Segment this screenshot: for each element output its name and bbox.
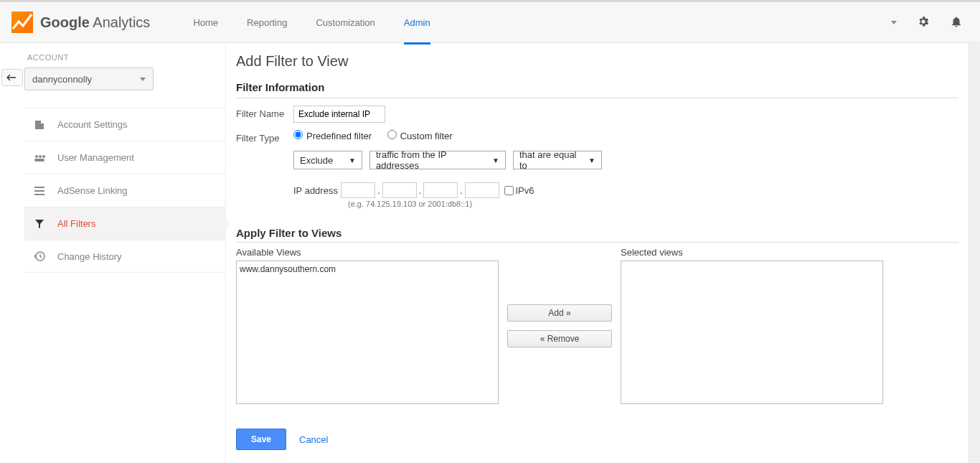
sidebar-item-label: All Filters [57,218,95,229]
available-view-item[interactable]: www.dannysouthern.com [240,264,495,274]
available-views-list[interactable]: www.dannysouthern.com [236,261,499,404]
filter-type-label: Filter Type [236,133,293,144]
custom-radio-input[interactable] [387,130,397,139]
available-views-label: Available Views [236,247,499,258]
apply-filter-heading: Apply Filter to Views [236,227,958,243]
logo[interactable]: Google Analytics [11,11,150,33]
top-bar: Google Analytics Home Reporting Customiz… [0,0,980,43]
save-button[interactable]: Save [236,429,286,450]
sidebar-item-label: AdSense Linking [57,185,128,196]
account-menu-caret[interactable] [891,21,897,24]
filter-match-select[interactable]: that are equal to▼ [513,151,602,169]
building-icon [33,119,46,131]
predefined-radio-input[interactable] [293,130,303,139]
nav-admin[interactable]: Admin [404,1,430,44]
selected-views-list[interactable] [621,261,883,404]
nav-home[interactable]: Home [193,1,218,44]
sidebar-item-label: Change History [57,251,122,262]
users-icon [33,154,46,162]
account-section-label: ACCOUNT [27,53,225,62]
sidebar-item-label: Account Settings [57,119,128,130]
remove-view-button[interactable]: « Remove [507,330,612,347]
ip-octet-4[interactable] [465,182,499,198]
ga-logo-icon [11,11,33,33]
sidebar-item-all-filters[interactable]: All Filters [24,207,225,240]
ipv6-label: IPv6 [515,185,534,196]
sidebar-item-change-history[interactable]: Change History [24,240,225,273]
chevron-down-icon [140,78,146,81]
logo-text: Google Analytics [40,14,150,31]
account-selected: dannyconnolly [32,74,92,85]
chevron-down-icon: ▼ [349,156,356,164]
sidebar-item-label: User Management [57,152,134,163]
svg-point-3 [39,155,42,158]
main-nav: Home Reporting Customization Admin [193,1,430,44]
scrollbar-track[interactable] [969,43,980,463]
selected-views-label: Selected views [621,247,883,258]
nav-reporting[interactable]: Reporting [247,1,287,44]
filter-name-input[interactable] [293,106,385,123]
chevron-down-icon: ▼ [492,156,499,164]
filter-name-label: Filter Name [236,108,293,119]
filter-icon [33,219,46,229]
sidebar-item-user-management[interactable]: User Management [24,141,225,174]
svg-rect-1 [41,123,44,129]
filter-action-select[interactable]: Exclude▼ [293,151,362,169]
ip-example-text: (e.g. 74.125.19.103 or 2001:db8::1) [348,200,958,208]
svg-rect-5 [34,159,44,162]
sidebar-item-account-settings[interactable]: Account Settings [24,108,225,141]
svg-rect-0 [35,121,41,129]
settings-gear-icon[interactable] [917,15,930,30]
sidebar: ACCOUNT dannyconnolly Account Settings U… [24,43,225,463]
cancel-link[interactable]: Cancel [299,434,328,445]
ip-octet-2[interactable] [382,182,417,198]
back-button[interactable] [1,69,23,86]
filter-source-select[interactable]: traffic from the IP addresses▼ [369,151,506,169]
main-content: Add Filter to View Filter Information Fi… [225,43,980,463]
chevron-down-icon: ▼ [588,156,595,164]
predefined-filter-radio[interactable]: Predefined filter [293,131,372,141]
svg-point-2 [35,155,38,158]
back-handle [0,43,24,463]
ip-address-label: IP address [293,185,338,196]
list-icon [33,186,46,196]
custom-filter-radio[interactable]: Custom filter [387,131,453,141]
notifications-bell-icon[interactable] [950,15,963,30]
page-title: Add Filter to View [236,53,958,70]
sidebar-item-adsense-linking[interactable]: AdSense Linking [24,174,225,207]
ip-octet-3[interactable] [423,182,458,198]
account-selector[interactable]: dannyconnolly [24,67,154,90]
nav-customization[interactable]: Customization [316,1,374,44]
ipv6-checkbox[interactable] [504,186,514,195]
history-icon [33,251,46,262]
ip-octet-1[interactable] [341,182,375,198]
filter-info-heading: Filter Information [236,81,958,98]
add-view-button[interactable]: Add » [507,304,612,322]
svg-point-4 [42,155,45,158]
